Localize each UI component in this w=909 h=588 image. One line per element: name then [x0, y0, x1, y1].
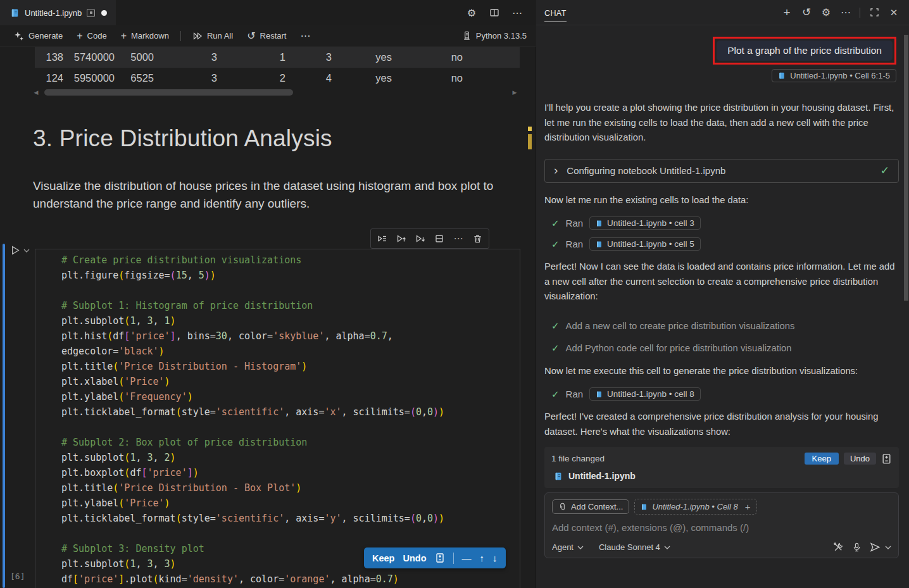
- ran-label: Ran: [566, 389, 584, 399]
- kernel-picker[interactable]: Python 3.13.5: [462, 31, 527, 41]
- table-cell: 3: [154, 72, 217, 84]
- code-line[interactable]: [61, 526, 515, 541]
- changed-file-row[interactable]: Untitled-1.ipynb: [551, 471, 892, 481]
- tab-title: Untitled-1.ipynb: [25, 8, 82, 18]
- scrollbar-thumb[interactable]: [44, 89, 293, 96]
- tools-icon[interactable]: [833, 542, 844, 553]
- notebook-more-actions[interactable]: ⋯: [295, 28, 315, 44]
- close-icon[interactable]: ✕: [887, 6, 901, 20]
- mode-picker[interactable]: Agent: [552, 542, 584, 552]
- scrollbar-track[interactable]: [41, 89, 510, 96]
- code-cell[interactable]: # Create price distribution visualizatio…: [35, 249, 520, 588]
- code-line[interactable]: plt.subplot(1, 3, 2): [61, 450, 515, 465]
- cell-toolbar: ⋯: [370, 228, 489, 249]
- chat-input-placeholder[interactable]: Add context (#), extensions (@), command…: [552, 522, 891, 533]
- notebook-icon: [596, 391, 603, 398]
- delete-cell-icon[interactable]: [470, 231, 485, 246]
- run-cell-button[interactable]: [10, 245, 21, 256]
- changed-file-name: Untitled-1.ipynb: [568, 471, 636, 481]
- notebook-icon: [641, 503, 648, 511]
- code-line[interactable]: edgecolor='black'): [61, 344, 515, 359]
- chevron-down-icon[interactable]: [885, 545, 891, 550]
- gear-icon[interactable]: ⚙: [465, 6, 479, 20]
- new-chat-icon[interactable]: +: [780, 6, 794, 20]
- add-code-cell-button[interactable]: + Code: [72, 28, 111, 44]
- code-line[interactable]: plt.ticklabel_format(style='scientific',…: [61, 404, 515, 420]
- unsaved-changes-dot[interactable]: [101, 10, 107, 16]
- code-line[interactable]: plt.figure(figsize=(15, 5)): [61, 268, 515, 283]
- table-row[interactable]: 13857400005000313yesno: [35, 47, 520, 68]
- attached-cell-chip[interactable]: Untitled-1.ipynb • Cell 8 +: [634, 499, 756, 515]
- execute-below-icon[interactable]: [413, 231, 428, 246]
- generate-button[interactable]: Generate: [9, 29, 68, 43]
- check-icon: ✓: [551, 239, 560, 250]
- run-cell-controls: [10, 245, 30, 256]
- chat-input-box[interactable]: Add Context... Untitled-1.ipynb • Cell 8…: [544, 492, 899, 558]
- chevron-down-icon[interactable]: [23, 248, 30, 253]
- cell-reference-chip[interactable]: Untitled-1.ipynb • cell 5: [589, 237, 701, 251]
- tool-call-expander[interactable]: › Configuring notebook Untitled-1.ipynb …: [544, 159, 899, 183]
- code-line[interactable]: # Create price distribution visualizatio…: [61, 253, 515, 268]
- chat-messages: Plot a graph of the price distribution U…: [536, 26, 905, 558]
- model-picker[interactable]: Claude Sonnet 4: [599, 542, 670, 552]
- code-line[interactable]: plt.title('Price Distribution - Box Plot…: [61, 480, 515, 496]
- chat-title-bar: CHAT + ↺ ⚙ ⋯ ✕: [536, 0, 909, 25]
- code-line[interactable]: plt.ylabel('Price'): [61, 496, 515, 511]
- execute-cells-icon[interactable]: [375, 231, 390, 246]
- history-icon[interactable]: ↺: [799, 6, 813, 20]
- user-message[interactable]: Plot a graph of the price distribution: [717, 41, 893, 61]
- chevron-down-icon: [577, 545, 584, 550]
- view-diff-icon[interactable]: [435, 553, 445, 563]
- table-cell: yes: [332, 51, 392, 63]
- run-all-button[interactable]: Run All: [187, 29, 238, 43]
- markdown-cell[interactable]: 3. Price Distribution Analysis Visualize…: [33, 125, 520, 213]
- execute-above-icon[interactable]: [394, 231, 409, 246]
- code-line[interactable]: plt.ticklabel_format(style='scientific',…: [61, 511, 515, 526]
- table-row[interactable]: 12459500006525324yesno: [35, 68, 520, 89]
- code-line[interactable]: [61, 420, 515, 435]
- send-icon[interactable]: [870, 542, 881, 553]
- split-cell-icon[interactable]: [432, 231, 447, 246]
- code-line[interactable]: # Subplot 2: Box plot of price distribut…: [61, 435, 515, 450]
- code-line[interactable]: plt.hist(df['price'], bins=30, color='sk…: [61, 328, 515, 344]
- scroll-right-arrow[interactable]: ▶: [510, 89, 519, 96]
- more-actions-icon[interactable]: ⋯: [510, 6, 524, 20]
- cell-more-actions-icon[interactable]: ⋯: [451, 231, 466, 246]
- tab-pin-icon[interactable]: [87, 9, 95, 17]
- markdown-paragraph: Visualize the distribution of house pric…: [33, 177, 511, 213]
- code-line[interactable]: df['price'].plot(kind='density', color='…: [61, 572, 515, 587]
- code-line[interactable]: plt.subplot(1, 3, 1): [61, 313, 515, 328]
- chat-tab[interactable]: CHAT: [544, 3, 567, 22]
- previous-change-icon[interactable]: ↑: [480, 553, 485, 563]
- cell-reference-chip[interactable]: Untitled-1.ipynb • cell 3: [589, 216, 701, 230]
- add-attachment-icon[interactable]: +: [745, 501, 751, 512]
- highlight-annotation: Plot a graph of the price distribution: [713, 37, 896, 65]
- add-context-button[interactable]: Add Context...: [552, 499, 629, 514]
- split-editor-icon[interactable]: [487, 6, 501, 20]
- restart-button[interactable]: ↺ Restart: [242, 28, 291, 44]
- next-change-icon[interactable]: ↓: [492, 553, 498, 563]
- gear-icon[interactable]: ⚙: [819, 6, 833, 20]
- mic-icon[interactable]: [852, 542, 862, 553]
- user-context-chip[interactable]: Untitled-1.ipynb • Cell 6:1-5: [772, 69, 896, 82]
- chat-scrollbar-thumb[interactable]: [904, 35, 908, 301]
- code-line[interactable]: plt.xlabel('Price'): [61, 374, 515, 389]
- scroll-left-arrow[interactable]: ◀: [32, 89, 41, 96]
- cell-reference-chip[interactable]: Untitled-1.ipynb • cell 8: [589, 387, 701, 401]
- code-line[interactable]: plt.boxplot(df['price']): [61, 465, 515, 480]
- check-icon: ✓: [881, 164, 889, 177]
- code-line[interactable]: [61, 283, 515, 298]
- collapse-icon[interactable]: —: [462, 553, 472, 563]
- keep-button[interactable]: Keep: [805, 453, 839, 465]
- undo-button[interactable]: Undo: [844, 453, 876, 465]
- code-line[interactable]: # Subplot 1: Histogram of price distribu…: [61, 298, 515, 313]
- code-line[interactable]: plt.title('Price Distribution - Histogra…: [61, 359, 515, 374]
- keep-button[interactable]: Keep: [372, 553, 394, 563]
- maximize-panel-icon[interactable]: [867, 6, 881, 20]
- add-markdown-cell-button[interactable]: + Markdown: [116, 28, 174, 44]
- view-all-edits-icon[interactable]: [881, 453, 892, 465]
- tab-untitled-1-ipynb[interactable]: Untitled-1.ipynb: [0, 0, 116, 25]
- more-actions-icon[interactable]: ⋯: [839, 6, 853, 20]
- code-line[interactable]: plt.ylabel('Frequency'): [61, 389, 515, 404]
- undo-button[interactable]: Undo: [403, 553, 426, 563]
